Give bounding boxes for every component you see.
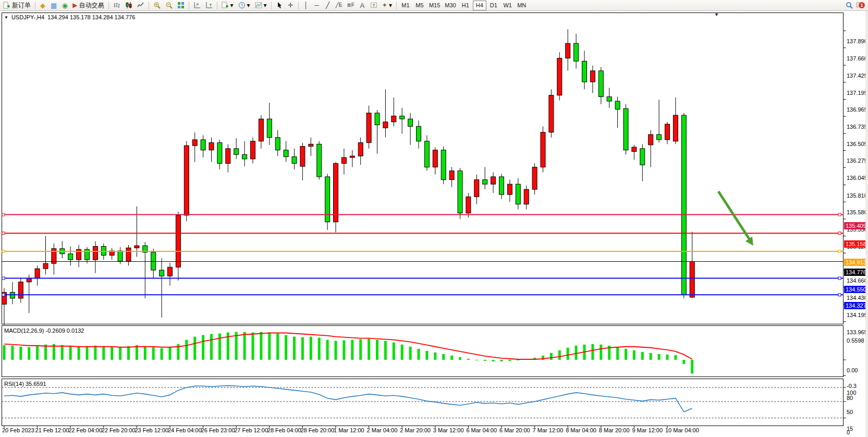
candle-body bbox=[541, 132, 545, 167]
bar-chart-mode-button[interactable] bbox=[111, 1, 123, 10]
timeframe-w1-button[interactable]: W1 bbox=[501, 1, 515, 10]
macd-bar bbox=[691, 360, 693, 373]
tile-windows-button[interactable] bbox=[175, 1, 187, 10]
timeframe-d1-button[interactable]: D1 bbox=[487, 1, 500, 10]
timeframe-m30-button[interactable]: M30 bbox=[443, 1, 458, 10]
candle-body bbox=[458, 171, 462, 213]
timeframe-m5-button[interactable]: M5 bbox=[413, 1, 426, 10]
navigator-button[interactable]: ◉ bbox=[59, 1, 70, 10]
line-handle[interactable] bbox=[2, 294, 5, 296]
new-order-label: 新订单 bbox=[12, 1, 31, 10]
price-line-badge[interactable]: 134.913 bbox=[844, 259, 868, 266]
macd-bar bbox=[409, 347, 412, 360]
new-order-button[interactable]: 新订单 bbox=[1, 1, 33, 10]
candle-body bbox=[209, 143, 214, 150]
price-axis-label: 134.660 bbox=[847, 277, 867, 284]
indicators-button[interactable] bbox=[191, 1, 203, 10]
notification-count-badge: 1 bbox=[859, 2, 865, 8]
line-handle[interactable] bbox=[838, 213, 841, 216]
date-label: 21 Feb 12:00 bbox=[35, 427, 69, 433]
rsi-panel[interactable] bbox=[2, 379, 843, 426]
candle-body bbox=[118, 251, 123, 261]
dropdown-icon: ▾ bbox=[230, 2, 234, 8]
macd-bar bbox=[3, 345, 6, 360]
candle-body bbox=[68, 254, 73, 260]
macd-bar bbox=[558, 350, 561, 360]
market-watch-button[interactable]: ▦ bbox=[48, 1, 59, 10]
macd-bar bbox=[641, 352, 644, 360]
timeframe-m1-button[interactable]: M1 bbox=[399, 1, 412, 10]
horizontal-line-button[interactable]: ─ bbox=[312, 1, 322, 10]
notifications-button[interactable]: 1 bbox=[855, 2, 863, 9]
charts-group-button[interactable]: ◆ bbox=[38, 1, 48, 10]
price-axis-label: 136.965 bbox=[847, 106, 867, 113]
price-line-badge[interactable]: 135.409 bbox=[844, 222, 868, 229]
arrows-button[interactable]: ✦▾ bbox=[380, 1, 394, 10]
macd-bar bbox=[351, 340, 353, 360]
timeframe-m15-button[interactable]: M15 bbox=[427, 1, 442, 10]
timeframe-mn-button[interactable]: MN bbox=[515, 1, 529, 10]
trendline-button[interactable]: ╱ bbox=[323, 1, 333, 10]
market-watch-icon: ▦ bbox=[51, 2, 57, 9]
candle-body bbox=[392, 116, 396, 122]
candle-body bbox=[424, 141, 429, 167]
new-chart-button[interactable]: ▾ bbox=[219, 1, 236, 10]
candle-body bbox=[557, 58, 562, 95]
zoom-out-button[interactable] bbox=[163, 1, 175, 10]
candle-body bbox=[417, 126, 421, 141]
template-button[interactable]: ▾ bbox=[253, 1, 269, 10]
period-button[interactable]: ▾ bbox=[236, 1, 252, 10]
timeframe-h4-button[interactable]: H4 bbox=[473, 1, 486, 10]
price-axis-label: 134.195 bbox=[847, 312, 867, 318]
crosshair-icon: ✛ bbox=[288, 2, 294, 8]
macd-bar bbox=[508, 360, 511, 361]
price-line-badge[interactable]: 135.158 bbox=[844, 240, 868, 248]
fibonacci-button[interactable]: ≣F bbox=[345, 1, 357, 10]
text-label-icon: T bbox=[370, 2, 377, 9]
candle-body bbox=[309, 144, 313, 146]
vertical-line-icon: │ bbox=[304, 2, 308, 8]
macd-bar bbox=[260, 332, 262, 360]
candle-body bbox=[466, 197, 471, 213]
candle-body bbox=[325, 177, 330, 222]
search-button[interactable] bbox=[843, 1, 855, 10]
candle-body bbox=[673, 115, 678, 141]
equidistant-channel-button[interactable]: ╱E bbox=[334, 1, 345, 10]
rsi-indicator-label: RSI(14) 35.6591 bbox=[4, 381, 46, 387]
cursor-button[interactable] bbox=[274, 1, 285, 10]
macd-bar bbox=[575, 346, 578, 360]
line-handle[interactable] bbox=[2, 213, 5, 216]
line-handle[interactable] bbox=[838, 294, 841, 296]
line-handle[interactable] bbox=[2, 250, 5, 253]
macd-bar bbox=[61, 345, 64, 360]
line-handle[interactable] bbox=[838, 232, 841, 235]
vertical-line-button[interactable]: │ bbox=[301, 1, 311, 10]
timeframe-h1-button[interactable]: H1 bbox=[459, 1, 472, 10]
price-line-badge[interactable]: 134.327 bbox=[844, 302, 868, 309]
indicator-window-button[interactable] bbox=[203, 1, 215, 10]
chart-context-arrow-icon[interactable]: ▼ bbox=[4, 15, 8, 20]
candle-body bbox=[400, 116, 405, 119]
zoom-in-button[interactable] bbox=[151, 1, 163, 10]
line-handle[interactable] bbox=[838, 277, 841, 280]
candlestick-mode-button[interactable] bbox=[123, 1, 135, 10]
text-label-button[interactable]: T bbox=[368, 1, 380, 10]
auto-trading-button[interactable]: ▶ 自动交易 bbox=[70, 1, 106, 10]
line-handle[interactable] bbox=[2, 277, 5, 280]
candle-body bbox=[491, 177, 496, 184]
price-line-badge[interactable]: 134.550 bbox=[844, 286, 868, 293]
line-handle[interactable] bbox=[2, 232, 5, 235]
candle-body bbox=[507, 184, 512, 195]
main-chart-panel[interactable] bbox=[2, 13, 843, 324]
macd-bar bbox=[359, 339, 362, 360]
line-chart-mode-button[interactable] bbox=[135, 1, 146, 10]
price-axis-label: 133.965 bbox=[847, 329, 867, 335]
chart-canvas[interactable] bbox=[0, 11, 868, 437]
macd-bar bbox=[368, 339, 370, 360]
crosshair-button[interactable]: ✛ bbox=[286, 1, 296, 10]
text-button[interactable]: A bbox=[357, 1, 368, 10]
date-label: 23 Feb 12:00 bbox=[135, 427, 168, 433]
chart-shift-marker-icon[interactable]: ▼ bbox=[714, 12, 719, 17]
macd-bar bbox=[285, 335, 287, 360]
line-handle[interactable] bbox=[838, 250, 841, 253]
